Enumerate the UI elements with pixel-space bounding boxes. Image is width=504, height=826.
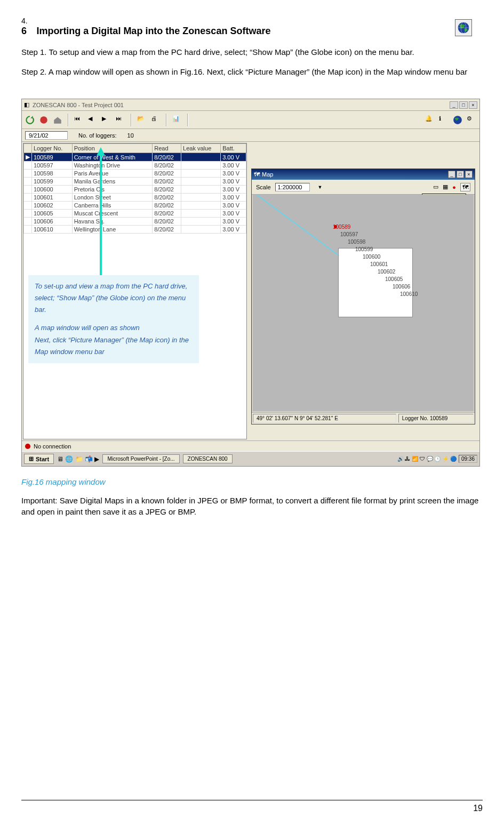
map-logger-label: 100599 (355, 246, 373, 252)
tool-a-icon[interactable]: 🔔 (425, 115, 435, 125)
open-icon[interactable]: 📂 (137, 115, 147, 125)
map-tool-a-icon[interactable]: ▭ (433, 183, 438, 190)
map-window-icon: 🗺 (254, 171, 260, 178)
map-max-button[interactable]: □ (457, 171, 464, 178)
map-tool-b-icon[interactable]: ▦ (443, 183, 448, 190)
map-logger-label: 100606 (393, 284, 410, 290)
callout-p1: To set-up and view a map from the PC har… (35, 280, 193, 316)
section-number-a: 4. (21, 16, 270, 26)
chart-icon[interactable]: 📊 (172, 115, 182, 125)
windows-icon: ⊞ (29, 455, 34, 462)
map-logger-label: 100598 (348, 239, 365, 245)
maximize-button[interactable]: □ (459, 101, 468, 109)
next-icon[interactable]: ▶ (102, 115, 111, 125)
callout-p2b: Next, click “Picture Manager” (the Map i… (35, 334, 193, 358)
map-window: 🗺 Map _ □ × Scale 1:200000 ▼ ▭ ▦ ● (251, 169, 475, 424)
window-menu-icon[interactable]: ◧ (24, 101, 29, 108)
table-row[interactable]: 100600Pretoria Cls8/20/023.00 V (24, 186, 246, 194)
map-logger-status: Logger No. 100589 (398, 414, 474, 423)
table-row[interactable]: 100599Manila Gardens8/20/023.00 V (24, 178, 246, 186)
picture-manager-icon[interactable]: 🗺 (460, 183, 470, 191)
logger-table: Logger No. Position Read Leak value Batt… (23, 143, 246, 234)
col-leak[interactable]: Leak value (181, 144, 221, 153)
screenshot-figure: ◧ ZONESCAN 800 - Test Project 001 _ □ × … (21, 99, 480, 467)
taskbar: ⊞ Start 🖥 🌐 📁 📬 ▶ Microsoft PowerPoint -… (22, 451, 479, 466)
system-tray: 🔊 🖧 📶 🛡 💬 🕒 ⚡ 🔵 09:36 (397, 455, 477, 463)
table-row[interactable]: ▶100589Corner of West & Smith8/20/023.00… (24, 153, 246, 162)
map-logger-label: 100600 (363, 254, 380, 260)
start-button[interactable]: ⊞ Start (24, 454, 54, 464)
loggers-count: 10 (127, 132, 134, 139)
tool-c-icon[interactable]: ⚙ (467, 115, 476, 125)
map-record-icon[interactable]: ● (452, 184, 456, 190)
map-min-button[interactable]: _ (448, 171, 455, 178)
print-icon[interactable]: 🖨 (151, 115, 161, 125)
table-row[interactable]: 100602Canberra Hills8/20/023.00 V (24, 202, 246, 210)
right-pane: 🗺 Map _ □ × Scale 1:200000 ▼ ▭ ▦ ● (248, 142, 479, 440)
tool-b-icon[interactable]: ℹ (439, 115, 449, 125)
scale-dropdown-icon[interactable]: ▼ (317, 185, 322, 190)
close-button[interactable]: × (469, 101, 477, 109)
show-map-icon[interactable] (453, 115, 462, 125)
map-statusbar: 49° 02' 13.607'' N 9° 04' 52.281'' E Log… (252, 412, 475, 424)
map-logger-label: 100602 (378, 269, 395, 275)
callout-p2a: A map window will open as shown (35, 322, 193, 334)
loggers-label: No. of loggers: (78, 132, 117, 139)
table-row[interactable]: 100597Washington Drive8/20/023.00 V (24, 162, 246, 170)
col-read[interactable]: Read (153, 144, 181, 153)
map-logger-label: 100605 (385, 276, 403, 282)
app-titlebar: ◧ ZONESCAN 800 - Test Project 001 _ □ × (22, 99, 479, 111)
tray-icons[interactable]: 🔊 🖧 📶 🛡 💬 🕒 ⚡ 🔵 (397, 456, 457, 462)
map-logger-label: 100601 (370, 261, 388, 267)
quick-launch-icons[interactable]: 🖥 🌐 📁 📬 ▶ (57, 455, 99, 463)
table-row[interactable]: 100601London Street8/20/023.00 V (24, 194, 246, 202)
app-title: ZONESCAN 800 - Test Project 001 (33, 102, 450, 108)
table-row[interactable]: 100610Wellington Lane8/20/023.00 V (24, 226, 246, 234)
col-logger-no[interactable]: Logger No. (32, 144, 73, 153)
globe-icon (455, 19, 472, 36)
table-row[interactable]: 100606Havana Sq.8/20/023.00 V (24, 218, 246, 226)
map-logger-label: 100610 (400, 291, 418, 297)
step-1-text: Step 1. To setup and view a map from the… (21, 46, 483, 58)
step-2-text: Step 2. A map window will open as shown … (21, 66, 483, 77)
figure-caption: Fig.16 mapping window (21, 477, 483, 486)
svg-point-5 (453, 116, 462, 124)
map-canvas[interactable]: 1005891005971005981005991006001006011006… (253, 195, 474, 411)
map-logger-label: 100597 (340, 231, 358, 237)
connection-status-icon (25, 444, 30, 449)
map-titlebar: 🗺 Map _ □ × (252, 169, 475, 180)
page-number: 19 (473, 804, 483, 813)
table-row[interactable]: 100605Muscat Crescent8/20/023.00 V (24, 210, 246, 218)
table-row[interactable]: 100598Paris Avenue8/20/023.00 V (24, 170, 246, 178)
map-logger-label: 100589 (333, 224, 350, 230)
main-area: Logger No. Position Read Leak value Batt… (22, 142, 479, 440)
section-number-b: 6 (21, 26, 27, 36)
connection-status-text: No connection (34, 443, 71, 450)
date-bar: 9/21/02 No. of loggers: 10 (22, 129, 479, 142)
map-close-button[interactable]: × (465, 171, 473, 178)
minimize-button[interactable]: _ (450, 101, 458, 109)
col-position[interactable]: Position (72, 144, 153, 153)
app-statusbar: No connection (22, 440, 479, 451)
page-footer: 19 (21, 800, 483, 813)
map-coords: 49° 02' 13.607'' N 9° 04' 52.281'' E (253, 414, 396, 423)
task-item-ppt[interactable]: Microsoft PowerPoint - [Zo... (102, 454, 179, 463)
svg-point-4 (40, 116, 47, 124)
task-item-zonescan[interactable]: ZONESCAN 800 (183, 454, 233, 463)
section-title: Importing a Digital Map into the Zonesca… (36, 26, 270, 36)
prev-icon[interactable]: ◀ (88, 115, 98, 125)
callout-arrow (95, 147, 106, 286)
refresh-icon[interactable] (25, 115, 35, 125)
first-icon[interactable]: ⏮ (74, 115, 84, 125)
last-icon[interactable]: ⏭ (116, 115, 125, 125)
main-toolbar: ⏮ ◀ ▶ ⏭ 📂 🖨 📊 🔔 ℹ ⚙ (22, 111, 479, 129)
home-icon[interactable] (53, 115, 62, 125)
clock: 09:36 (459, 455, 477, 463)
date-field[interactable]: 9/21/02 (25, 131, 68, 140)
stop-icon[interactable] (39, 115, 49, 125)
col-batt[interactable]: Batt. (221, 144, 246, 153)
scale-label: Scale (256, 184, 271, 190)
scale-select[interactable]: 1:200000 (275, 183, 310, 191)
map-window-title: Map (262, 171, 273, 178)
instruction-callout: To set-up and view a map from the PC har… (28, 275, 199, 363)
